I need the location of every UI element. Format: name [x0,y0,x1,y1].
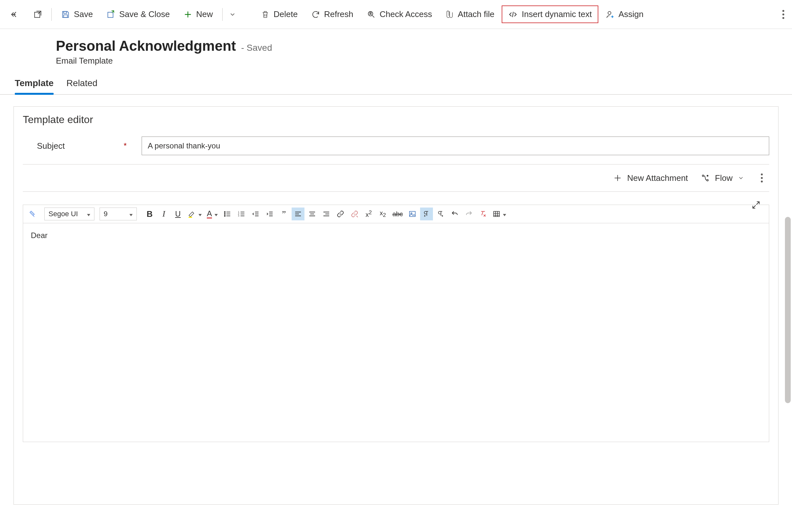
save-button[interactable]: Save [55,6,99,23]
section-title: Template editor [23,114,769,126]
svg-text:3: 3 [238,215,239,217]
check-access-label: Check Access [380,9,432,19]
code-icon [508,10,518,19]
svg-rect-2 [63,15,67,17]
clear-format-button[interactable] [477,208,489,221]
svg-point-8 [707,175,708,176]
tab-related[interactable]: Related [66,78,98,94]
new-label: New [196,9,213,19]
back-button[interactable] [4,6,26,23]
ltr-button[interactable] [420,208,433,221]
svg-rect-1 [63,11,66,13]
new-button[interactable]: New [177,6,219,23]
save-label: Save [74,9,93,19]
new-attachment-button[interactable]: New Attachment [613,173,688,183]
rtl-button[interactable] [434,208,447,221]
check-access-icon [367,10,376,19]
underline-button[interactable]: U [172,208,185,221]
svg-point-12 [225,215,226,216]
assign-icon [606,10,615,19]
subject-input[interactable] [142,136,769,155]
tab-list: Template Related [0,69,792,95]
strikethrough-button[interactable]: abc [390,208,405,221]
align-left-button[interactable] [292,208,305,221]
format-painter-button[interactable] [26,208,39,221]
flow-button[interactable]: Flow [701,173,744,183]
undo-button[interactable] [448,208,461,221]
subject-label: Subject [37,141,117,151]
page-header: Personal Acknowledgment - Saved Email Te… [0,29,792,69]
attach-file-button[interactable]: Attach file [439,6,500,23]
refresh-button[interactable]: Refresh [305,6,360,23]
svg-point-4 [370,12,371,14]
chevron-down-icon [127,210,133,218]
editor-wrap: Segoe UI 9 B I U [23,192,769,442]
refresh-icon [311,10,320,19]
font-family-value: Segoe UI [49,210,78,218]
svg-point-7 [707,179,709,181]
assign-button[interactable]: Assign [600,6,650,23]
font-color-button[interactable]: A [205,208,220,221]
svg-rect-18 [494,211,499,216]
bold-button[interactable]: B [143,208,156,221]
popout-button[interactable] [27,6,48,22]
number-list-button[interactable]: 123 [235,208,248,221]
outdent-button[interactable] [249,208,262,221]
unlink-button[interactable] [348,208,361,221]
new-dropdown[interactable] [226,9,239,20]
rich-text-editor: Segoe UI 9 B I U [23,205,769,442]
superscript-button[interactable]: x2 [362,208,375,221]
link-button[interactable] [334,208,347,221]
flow-icon [701,173,710,183]
indent-button[interactable] [263,208,276,221]
overflow-menu[interactable] [778,8,788,21]
popout-icon [33,10,42,19]
bullet-list-button[interactable] [221,208,234,221]
attachment-bar: New Attachment Flow [23,165,769,192]
align-right-button[interactable] [320,208,333,221]
font-family-select[interactable]: Segoe UI [44,208,94,221]
insert-dynamic-label: Insert dynamic text [522,9,592,19]
plus-icon [183,10,192,19]
attachment-overflow[interactable] [757,172,767,184]
insert-dynamic-text-button[interactable]: Insert dynamic text [502,5,598,23]
command-bar: Save Save & Close New Delete Refresh Che… [0,0,792,29]
paperclip-icon [445,10,454,19]
save-icon [61,10,70,19]
check-access-button[interactable]: Check Access [361,6,438,23]
font-size-select[interactable]: 9 [100,208,137,221]
expand-editor-button[interactable] [751,200,761,210]
svg-rect-9 [189,217,192,218]
tab-template[interactable]: Template [15,78,54,94]
scrollbar[interactable] [785,217,791,403]
refresh-label: Refresh [324,9,353,19]
plus-icon [613,173,622,183]
subscript-button[interactable]: x2 [376,208,389,221]
redo-button[interactable] [463,208,475,221]
blockquote-button[interactable]: ” [277,208,290,221]
entity-type: Email Template [56,56,777,66]
attach-file-label: Attach file [458,9,494,19]
editor-body[interactable]: Dear [23,223,769,442]
chevron-down-icon [84,210,90,218]
align-center-button[interactable] [306,208,318,221]
svg-point-6 [702,175,704,177]
italic-button[interactable]: I [157,208,170,221]
save-close-label: Save & Close [119,9,170,19]
delete-button[interactable]: Delete [255,6,304,23]
save-close-button[interactable]: Save & Close [100,6,176,23]
body-text: Dear [31,231,47,240]
delete-label: Delete [274,9,298,19]
page-title: Personal Acknowledgment [56,38,236,54]
svg-rect-16 [409,211,415,216]
form-body: Template editor Subject * New Attachment… [0,95,792,516]
save-close-icon [106,10,115,19]
back-arrow-icon [10,10,20,19]
table-button[interactable] [491,208,508,221]
svg-point-5 [608,11,611,14]
assign-label: Assign [619,9,644,19]
trash-icon [261,10,270,19]
subject-field-row: Subject * [23,133,769,165]
image-button[interactable] [406,208,419,221]
highlight-button[interactable] [186,208,204,221]
